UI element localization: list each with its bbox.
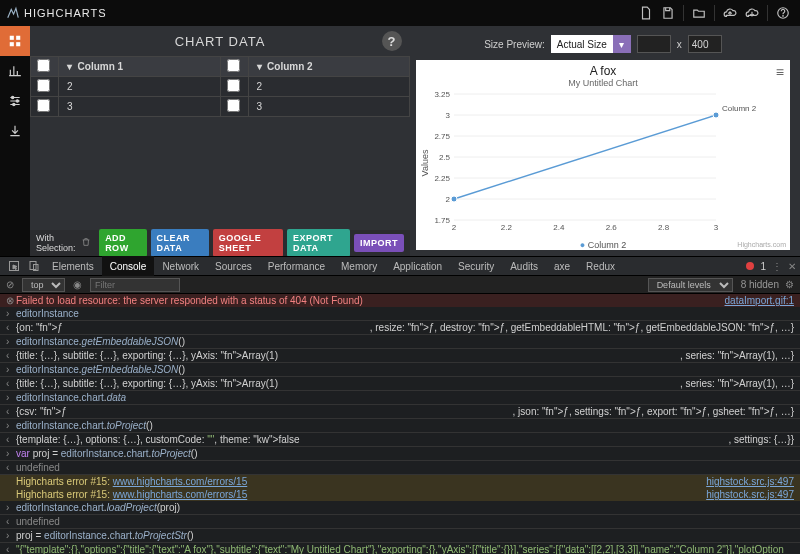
- cloud-upload-icon[interactable]: [719, 2, 741, 24]
- devtools-tab-console[interactable]: Console: [102, 256, 155, 276]
- svg-text:3: 3: [446, 111, 451, 120]
- dimension-x-icon: x: [677, 39, 682, 50]
- chart-credit: Highcharts.com: [737, 241, 786, 248]
- open-folder-icon[interactable]: [688, 2, 710, 24]
- devtools-tab-application[interactable]: Application: [385, 256, 450, 276]
- console-line: ›editorInstance.chart.loadProject(proj): [0, 501, 800, 515]
- row-check[interactable]: [220, 77, 248, 97]
- svg-text:3: 3: [714, 223, 719, 232]
- save-icon[interactable]: [657, 2, 679, 24]
- line-chart[interactable]: 1.7522.252.52.7533.2522.22.42.62.83Colum…: [416, 88, 776, 238]
- new-file-icon[interactable]: [635, 2, 657, 24]
- svg-text:2.25: 2.25: [434, 174, 450, 183]
- hidden-count: 8 hidden: [741, 279, 779, 290]
- data-grid[interactable]: ▾ Column 1▾ Column 22233: [30, 56, 410, 230]
- svg-rect-3: [16, 36, 20, 40]
- console-line: Highcharts error #15: www.highcharts.com…: [0, 475, 800, 488]
- svg-rect-4: [10, 42, 14, 46]
- chart-menu-icon[interactable]: ≡: [776, 64, 784, 80]
- console-line: ›editorInstance.chart.data: [0, 391, 800, 405]
- console-line: ›editorInstance.chart.toProject(): [0, 419, 800, 433]
- devtools-tab-network[interactable]: Network: [154, 256, 207, 276]
- download-icon[interactable]: [0, 116, 30, 146]
- devtools-close-icon[interactable]: ✕: [788, 261, 796, 272]
- column-header[interactable]: ▾ Column 2: [248, 57, 410, 77]
- svg-point-30: [713, 112, 719, 118]
- help-icon[interactable]: [772, 2, 794, 24]
- cell[interactable]: 2: [59, 77, 221, 97]
- gear-icon[interactable]: ⚙: [785, 279, 794, 290]
- console-line: ‹"{"template":{},"options":{"title":{"te…: [0, 543, 800, 554]
- bar-chart-icon[interactable]: [0, 56, 30, 86]
- console-line: ›editorInstance: [0, 307, 800, 321]
- sliders-icon[interactable]: [0, 86, 30, 116]
- cell[interactable]: 3: [248, 97, 410, 117]
- export-data-button[interactable]: EXPORT DATA: [287, 229, 350, 257]
- size-mode-value: Actual Size: [551, 35, 613, 53]
- svg-point-1: [783, 16, 784, 17]
- console-toolbar: ⊘ top ◉ Default levels 8 hidden ⚙: [0, 276, 800, 294]
- chart-subtitle: My Untitled Chart: [416, 78, 790, 88]
- devtools-tab-memory[interactable]: Memory: [333, 256, 385, 276]
- row-check[interactable]: [31, 97, 59, 117]
- column-header[interactable]: ▾ Column 1: [59, 57, 221, 77]
- console-filter-input[interactable]: [90, 278, 180, 292]
- scope-eye-icon[interactable]: ◉: [73, 279, 82, 290]
- source-link[interactable]: highstock.src.js:497: [706, 476, 794, 487]
- trash-icon[interactable]: [81, 236, 91, 250]
- preview-width-input[interactable]: [637, 35, 671, 53]
- device-icon[interactable]: [24, 256, 44, 276]
- grid-icon[interactable]: [0, 26, 30, 56]
- svg-text:3.25: 3.25: [434, 90, 450, 99]
- devtools-tabs: ElementsConsoleNetworkSourcesPerformance…: [0, 256, 800, 276]
- console-line: ‹{template: {…}, options: {…}, customCod…: [0, 433, 800, 447]
- devtools-tab-performance[interactable]: Performance: [260, 256, 333, 276]
- topbar: HIGHCHARTS: [0, 0, 800, 26]
- google-sheet-button[interactable]: GOOGLE SHEET: [213, 229, 283, 257]
- source-link[interactable]: dataImport.gif:1: [725, 295, 794, 306]
- inspect-icon[interactable]: [4, 256, 24, 276]
- context-selector[interactable]: top: [22, 278, 65, 292]
- import-button[interactable]: IMPORT: [354, 234, 404, 252]
- devtools-tab-elements[interactable]: Elements: [44, 256, 102, 276]
- console-line: ‹undefined: [0, 515, 800, 529]
- cell[interactable]: 3: [59, 97, 221, 117]
- cell[interactable]: 2: [248, 77, 410, 97]
- chevron-down-icon[interactable]: ▾: [613, 35, 631, 53]
- devtools-tab-audits[interactable]: Audits: [502, 256, 546, 276]
- legend-label: Column 2: [588, 240, 627, 250]
- preview-column: Size Preview: Actual Size ▾ x ≡ A fox My…: [410, 26, 800, 256]
- devtools-tab-redux[interactable]: Redux: [578, 256, 623, 276]
- column-check[interactable]: [220, 57, 248, 77]
- svg-text:2: 2: [446, 195, 451, 204]
- console-line: ⊗Failed to load resource: the server res…: [0, 294, 800, 307]
- row-check[interactable]: [31, 77, 59, 97]
- add-row-button[interactable]: ADD ROW: [99, 229, 146, 257]
- svg-text:2.8: 2.8: [658, 223, 670, 232]
- source-link[interactable]: highstock.src.js:497: [706, 489, 794, 500]
- column-check[interactable]: [31, 57, 59, 77]
- row-check[interactable]: [220, 97, 248, 117]
- svg-text:2.4: 2.4: [553, 223, 565, 232]
- panel-help-icon[interactable]: ?: [382, 31, 402, 51]
- devtools-tab-security[interactable]: Security: [450, 256, 502, 276]
- chart-title: A fox: [416, 60, 790, 78]
- devtools-tab-sources[interactable]: Sources: [207, 256, 260, 276]
- cloud-download-icon[interactable]: [741, 2, 763, 24]
- chart-legend: ● Column 2: [416, 238, 790, 250]
- console-log-area[interactable]: ⊗Failed to load resource: the server res…: [0, 294, 800, 554]
- svg-rect-5: [16, 42, 20, 46]
- logo-icon: [6, 6, 20, 20]
- svg-text:2.5: 2.5: [439, 153, 451, 162]
- preview-height-input[interactable]: [688, 35, 722, 53]
- clear-data-button[interactable]: CLEAR DATA: [151, 229, 209, 257]
- devtools-tab-axe[interactable]: axe: [546, 256, 578, 276]
- log-levels-selector[interactable]: Default levels: [648, 278, 733, 292]
- size-preview-row: Size Preview: Actual Size ▾ x: [416, 32, 790, 56]
- chart-data-panel: CHART DATA ? ▾ Column 1▾ Column 22233 Wi…: [30, 26, 410, 256]
- data-footer: With Selection: ADD ROW CLEAR DATA GOOGL…: [30, 230, 410, 256]
- devtools-more-icon[interactable]: ⋮: [772, 261, 782, 272]
- svg-text:1.75: 1.75: [434, 216, 450, 225]
- size-mode-dropdown[interactable]: Actual Size ▾: [551, 35, 631, 53]
- clear-console-icon[interactable]: ⊘: [6, 279, 14, 290]
